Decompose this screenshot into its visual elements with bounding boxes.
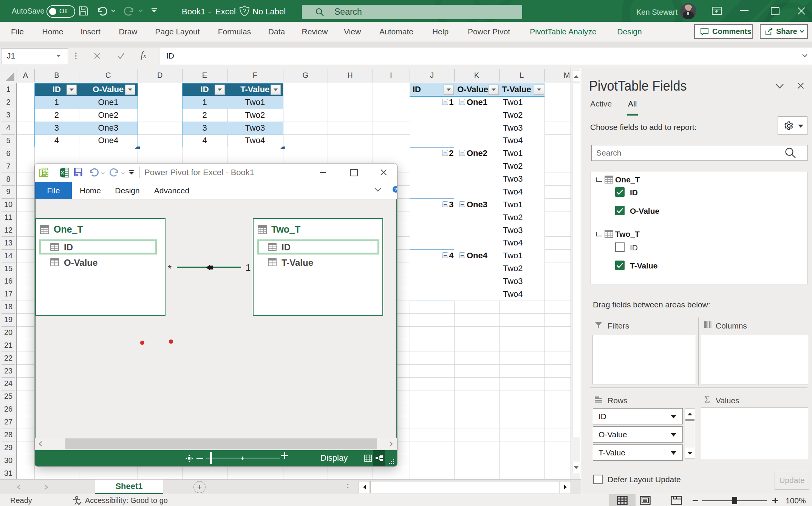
svg-text:?: ? bbox=[243, 8, 246, 14]
svg-text:X: X bbox=[61, 170, 64, 176]
